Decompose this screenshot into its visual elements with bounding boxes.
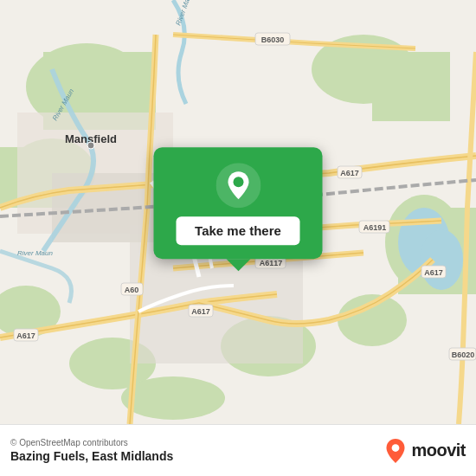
svg-point-45 xyxy=(233,177,243,187)
svg-point-13 xyxy=(121,376,225,420)
svg-text:A6117: A6117 xyxy=(260,259,283,267)
svg-text:B6020: B6020 xyxy=(452,351,475,359)
svg-text:A60: A60 xyxy=(125,286,139,294)
location-pin-icon xyxy=(215,163,261,208)
copyright-text: © OpenStreetMap contributors xyxy=(10,438,173,447)
svg-text:A617: A617 xyxy=(340,169,359,177)
svg-point-43 xyxy=(87,142,94,149)
moovit-brand-text: moovit xyxy=(411,441,466,460)
svg-point-46 xyxy=(392,444,400,452)
moovit-pin-icon xyxy=(383,439,408,463)
svg-text:A617: A617 xyxy=(191,307,210,316)
svg-text:River Maun: River Maun xyxy=(17,249,53,257)
moovit-logo: moovit xyxy=(383,439,466,463)
svg-point-18 xyxy=(420,229,463,290)
bottom-left: © OpenStreetMap contributors Bazing Fuel… xyxy=(10,438,173,463)
map-container: River Maun River Maun River Maun xyxy=(0,0,476,424)
svg-text:B6030: B6030 xyxy=(261,35,285,44)
take-me-there-button[interactable]: Take me there xyxy=(176,216,300,245)
svg-text:A617: A617 xyxy=(424,268,443,277)
svg-text:A6191: A6191 xyxy=(363,223,387,232)
svg-rect-2 xyxy=(372,52,450,121)
svg-text:A617: A617 xyxy=(16,331,35,340)
popup-card: Take me there xyxy=(154,147,323,259)
bottom-bar: © OpenStreetMap contributors Bazing Fuel… xyxy=(0,424,476,476)
location-name: Bazing Fuels, East Midlands xyxy=(10,449,173,463)
